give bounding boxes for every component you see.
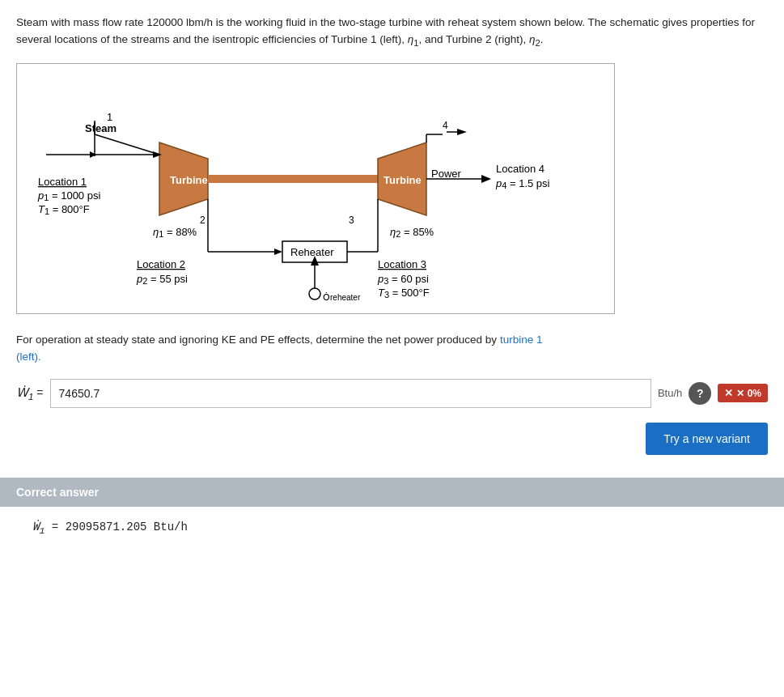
correct-answer-number: 29095871.205 Btu/h <box>66 521 188 533</box>
location3-p: p3 = 60 psi <box>377 273 429 286</box>
turbine-diagram: Steam 1 Turbine Turbine Power Location 4 <box>30 74 596 300</box>
variant-row: Try a new variant <box>16 423 768 455</box>
turbine1-label: Turbine <box>170 174 208 186</box>
correct-answer-value: Ẇ1 = 29095871.205 Btu/h <box>16 520 768 537</box>
answer-label-wrapper: Ẇ1 = <box>16 385 44 402</box>
node2-label: 2 <box>200 215 206 226</box>
node1-label: 1 <box>107 111 112 123</box>
reheater-label: Reheater <box>290 246 334 258</box>
location3-label: Location 3 <box>378 258 426 270</box>
svg-line-1 <box>95 134 159 155</box>
try-variant-button[interactable]: Try a new variant <box>646 423 768 455</box>
steam-label: Steam <box>85 122 117 134</box>
answer-label: Ẇ1 = <box>16 385 44 402</box>
wrong-icon: ✕ <box>724 387 733 399</box>
eta1-label: η1 = 88% <box>153 226 197 239</box>
turbine2-label: Turbine <box>384 174 422 186</box>
q-reheater-circle <box>309 288 320 300</box>
answer-row: Ẇ1 = 74650.7 Btu/h ? ✕ ✕ 0% <box>16 379 768 408</box>
problem-text: Steam with mass flow rate 120000 lbm/h i… <box>16 15 768 50</box>
location1-T: T1 = 800°F <box>38 203 90 216</box>
location2-p: p2 = 55 psi <box>136 273 188 286</box>
node3-label: 3 <box>349 215 354 226</box>
answer-input[interactable]: 74650.7 <box>50 379 651 408</box>
location1-p: p1 = 1000 psi <box>37 189 100 202</box>
q-reheater-label: Q̇reheater <box>323 292 361 300</box>
arrow-reheater <box>274 249 282 255</box>
power-label: Power <box>431 168 462 180</box>
diagram-container: Steam 1 Turbine Turbine Power Location 4 <box>16 63 615 314</box>
question-text: For operation at steady state and ignori… <box>16 332 768 366</box>
unit-label: Btu/h <box>658 387 682 399</box>
location4-label: Location 4 <box>496 163 545 175</box>
correct-answer-bar: Correct answer <box>0 478 784 507</box>
steam-entry-arrowhead <box>90 151 96 158</box>
node4-label: 4 <box>443 120 448 131</box>
wrong-badge: ✕ ✕ 0% <box>718 384 768 402</box>
main-container: Steam with mass flow rate 120000 lbm/h i… <box>0 0 784 553</box>
power-arrowhead <box>481 175 491 183</box>
location4-p: p4 = 1.5 psi <box>495 177 550 190</box>
location1-label: Location 1 <box>38 176 87 188</box>
location3-T: T3 = 500°F <box>378 287 430 300</box>
help-button[interactable]: ? <box>689 382 711 405</box>
eta2-label: η2 = 85% <box>390 226 434 239</box>
wrong-percent: ✕ 0% <box>736 388 761 399</box>
node4-arrowhead <box>457 129 467 135</box>
location2-label: Location 2 <box>137 258 185 270</box>
